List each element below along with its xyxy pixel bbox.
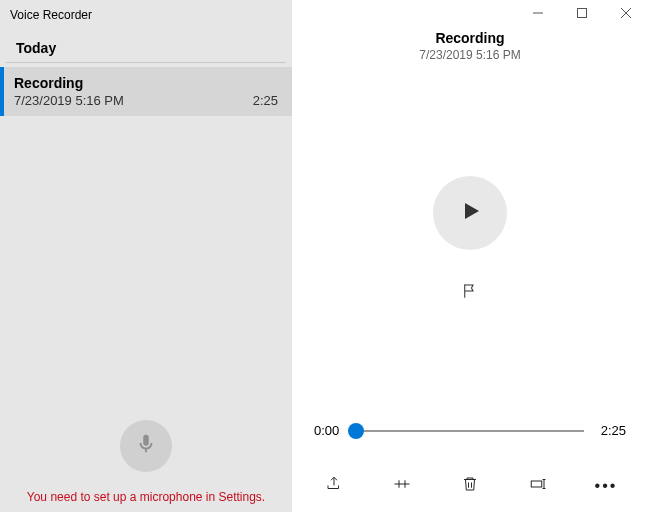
minimize-icon <box>533 7 543 21</box>
close-button[interactable] <box>604 0 648 28</box>
share-icon <box>325 475 343 497</box>
more-button[interactable]: ••• <box>594 474 618 498</box>
delete-button[interactable] <box>458 474 482 498</box>
main-panel: Recording 7/23/2019 5:16 PM 0:00 2:25 <box>292 0 648 512</box>
microphone-icon <box>135 433 157 459</box>
sidebar-section-today: Today <box>6 26 286 63</box>
rename-button[interactable] <box>526 474 550 498</box>
close-icon <box>621 7 631 21</box>
toolbar: ••• <box>292 464 648 512</box>
record-button[interactable] <box>120 420 172 472</box>
total-time: 2:25 <box>592 423 626 438</box>
app-title: Voice Recorder <box>0 0 292 26</box>
play-icon <box>458 199 482 227</box>
microphone-warning: You need to set up a microphone in Setti… <box>0 490 292 504</box>
detail-title: Recording <box>292 30 648 46</box>
share-button[interactable] <box>322 474 346 498</box>
trim-icon <box>393 475 411 497</box>
detail-timestamp: 7/23/2019 5:16 PM <box>292 48 648 62</box>
more-icon: ••• <box>595 483 618 489</box>
seek-thumb[interactable] <box>348 423 364 439</box>
minimize-button[interactable] <box>516 0 560 28</box>
recording-item-timestamp: 7/23/2019 5:16 PM <box>14 93 124 108</box>
svg-rect-7 <box>531 481 542 487</box>
sidebar: Voice Recorder Today Recording 7/23/2019… <box>0 0 292 512</box>
add-marker-button[interactable] <box>453 276 487 310</box>
flag-icon <box>461 282 479 304</box>
timeline: 0:00 2:25 <box>292 423 648 438</box>
recording-item-title: Recording <box>14 75 278 91</box>
maximize-button[interactable] <box>560 0 604 28</box>
elapsed-time: 0:00 <box>314 423 348 438</box>
svg-rect-1 <box>578 9 587 18</box>
trim-button[interactable] <box>390 474 414 498</box>
maximize-icon <box>577 7 587 21</box>
rename-icon <box>529 475 547 497</box>
recording-item-duration: 2:25 <box>253 93 278 108</box>
trash-icon <box>461 475 479 497</box>
seek-slider[interactable] <box>356 430 584 432</box>
window-controls <box>292 0 648 28</box>
play-button[interactable] <box>433 176 507 250</box>
recording-list-item[interactable]: Recording 7/23/2019 5:16 PM 2:25 <box>0 67 292 116</box>
